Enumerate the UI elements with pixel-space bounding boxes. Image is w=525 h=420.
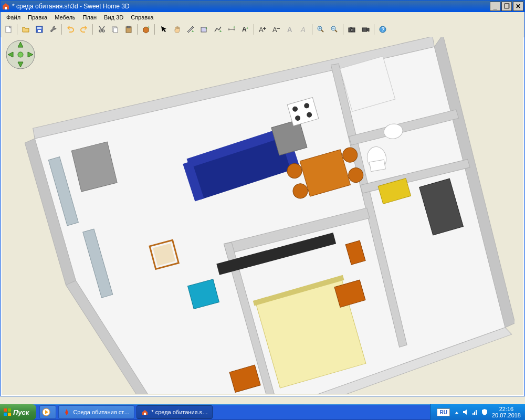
create-photo-button[interactable]: [345, 23, 358, 36]
svg-point-29: [18, 52, 23, 57]
new-button[interactable]: [2, 23, 15, 36]
clock[interactable]: 22:16 20.07.2018: [492, 406, 521, 418]
open-button[interactable]: [19, 23, 32, 36]
menu-help[interactable]: Справка: [127, 13, 157, 22]
viewport-3d[interactable]: [2, 37, 523, 395]
svg-rect-69: [474, 412, 475, 415]
create-walls-button[interactable]: +: [184, 23, 197, 36]
network-icon[interactable]: [472, 408, 478, 416]
svg-text:A: A: [287, 26, 292, 34]
wrench-icon: [49, 25, 57, 34]
increase-text-button[interactable]: A: [256, 23, 269, 36]
window-title: * среда обитания.sh3d - Sweet Home 3D: [12, 3, 490, 10]
windows-logo-icon: [3, 408, 12, 416]
menu-view3d[interactable]: Вид 3D: [100, 13, 127, 22]
menu-plan[interactable]: План: [79, 13, 101, 22]
help-button[interactable]: ?: [376, 23, 389, 36]
volume-icon[interactable]: [463, 408, 469, 416]
zoom-out-button[interactable]: [328, 23, 341, 36]
separator: [17, 24, 17, 35]
create-rooms-button[interactable]: +: [198, 23, 211, 36]
taskbar-item-yandex[interactable]: Среда обитания ст…: [58, 405, 134, 419]
yandex-icon: [63, 408, 70, 416]
svg-rect-63: [8, 408, 11, 412]
zoom-in-icon: [317, 25, 325, 34]
svg-rect-65: [8, 413, 11, 416]
menu-furniture[interactable]: Мебель: [51, 13, 79, 22]
separator: [374, 24, 374, 35]
create-video-button[interactable]: [359, 23, 372, 36]
save-button[interactable]: [33, 23, 46, 36]
select-button[interactable]: [157, 23, 170, 36]
copy-button[interactable]: [109, 23, 121, 36]
pan-button[interactable]: [171, 23, 183, 36]
svg-rect-24: [350, 27, 352, 28]
decrease-text-button[interactable]: A: [270, 23, 282, 36]
preferences-button[interactable]: [47, 23, 59, 36]
nav-compass[interactable]: [6, 40, 35, 69]
svg-text:+: +: [219, 29, 222, 33]
system-tray: RU 22:16 20.07.2018: [430, 404, 525, 420]
language-indicator[interactable]: RU: [437, 408, 449, 416]
separator: [254, 24, 254, 35]
start-button[interactable]: Пуск: [0, 404, 36, 420]
new-icon: [4, 25, 13, 34]
create-polylines-button[interactable]: +: [212, 23, 224, 36]
redo-icon: [80, 25, 88, 34]
undo-button[interactable]: [64, 23, 77, 36]
bold-icon: A: [286, 25, 294, 34]
svg-rect-64: [4, 413, 7, 416]
menubar: Файл Правка Мебель План Вид 3D Справка: [1, 12, 524, 22]
separator: [312, 24, 312, 35]
redo-button[interactable]: [78, 23, 90, 36]
separator: [137, 24, 138, 35]
tray-expand-icon[interactable]: [454, 408, 459, 416]
add-furniture-button[interactable]: +: [140, 23, 152, 36]
decrease-text-icon: A: [272, 25, 280, 34]
svg-rect-62: [4, 408, 7, 412]
add-furniture-icon: +: [142, 25, 150, 34]
toolbar: + + + + + A+ A A A A ?: [1, 22, 524, 37]
clock-time: 22:16: [492, 406, 521, 412]
svg-rect-2: [37, 27, 41, 29]
clock-date: 20.07.2018: [492, 412, 521, 418]
minimize-button[interactable]: _: [490, 2, 500, 11]
italic-button[interactable]: A: [297, 23, 310, 36]
floorplan-3d: [10, 37, 514, 394]
select-icon: [159, 25, 167, 34]
taskbar-item-sweethome[interactable]: * среда обитания.s…: [136, 405, 213, 419]
app-icon: [2, 2, 10, 10]
separator: [61, 24, 62, 35]
quick-launch-media[interactable]: [39, 405, 56, 419]
close-button[interactable]: ✕: [513, 2, 523, 11]
cut-button[interactable]: [95, 23, 108, 36]
separator: [92, 24, 93, 35]
save-icon: [35, 25, 44, 34]
italic-icon: A: [299, 25, 308, 34]
bold-button[interactable]: A: [284, 23, 296, 36]
create-dimensions-button[interactable]: +: [225, 23, 238, 36]
create-text-button[interactable]: A+: [239, 23, 251, 36]
svg-point-23: [351, 29, 353, 32]
titlebar[interactable]: * среда обитания.sh3d - Sweet Home 3D _ …: [1, 1, 524, 12]
app-window: * среда обитания.sh3d - Sweet Home 3D _ …: [0, 0, 525, 396]
tray-icons: [454, 408, 488, 416]
restore-button[interactable]: ❐: [501, 2, 512, 11]
zoom-in-button[interactable]: [314, 23, 327, 36]
svg-rect-3: [38, 30, 41, 32]
copy-icon: [111, 25, 119, 34]
polyline-icon: +: [214, 25, 222, 34]
svg-rect-70: [476, 410, 477, 415]
cut-icon: [97, 25, 106, 34]
svg-text:?: ?: [382, 27, 385, 33]
video-icon: [361, 25, 370, 34]
menu-edit[interactable]: Правка: [24, 13, 51, 22]
zoom-out-icon: [330, 25, 339, 34]
window-controls: _ ❐ ✕: [490, 2, 523, 11]
shield-icon[interactable]: [481, 408, 488, 416]
menu-file[interactable]: Файл: [3, 13, 24, 22]
separator: [154, 24, 155, 35]
svg-text:A: A: [272, 26, 277, 34]
paste-button[interactable]: [122, 23, 135, 36]
pan-icon: [173, 25, 181, 34]
